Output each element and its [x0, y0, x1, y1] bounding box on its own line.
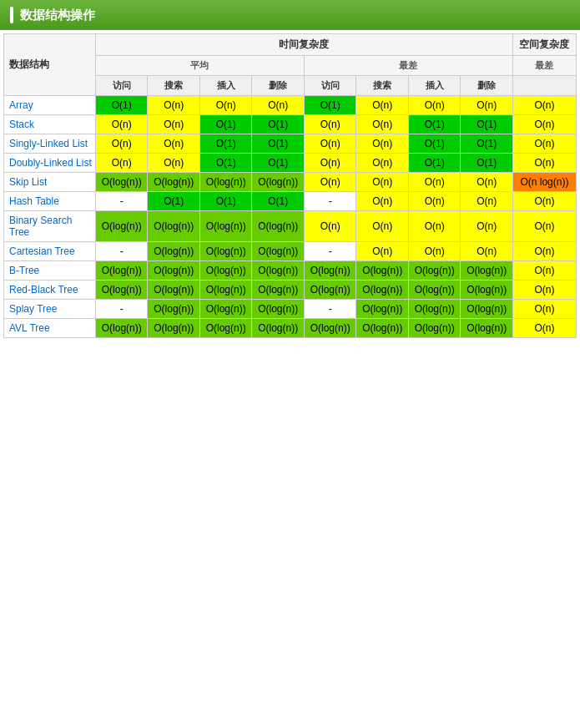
row-name: Singly-Linked List: [4, 134, 96, 154]
avg-insert-value: O(log(n)): [199, 261, 251, 281]
avg-search-value: O(log(n)): [148, 281, 199, 300]
avg-search-value: O(n): [148, 115, 199, 134]
table-row: Singly-Linked ListO(n)O(n)O(1)O(1)O(n)O(…: [4, 134, 577, 154]
space-value: O(n): [512, 319, 576, 338]
worst-insert-value: O(1): [408, 154, 460, 173]
col-data-structure: 数据结构: [4, 34, 96, 96]
table-row: Hash Table-O(1)O(1)O(1)-O(n)O(n)O(n)O(n): [4, 192, 577, 211]
avg-delete-value: O(1): [252, 115, 304, 134]
worst-search-value: O(log(n)): [356, 281, 408, 300]
avg-search-value: O(log(n)): [148, 261, 199, 281]
worst-search-value: O(n): [356, 154, 408, 173]
space-value: O(n): [512, 300, 576, 319]
worst-delete-value: O(n): [461, 96, 512, 115]
page-title: 数据结构操作: [20, 8, 95, 23]
avg-delete-value: O(log(n)): [252, 261, 304, 281]
avg-search-value: O(log(n)): [148, 300, 199, 319]
avg-access-value: -: [96, 242, 148, 261]
avg-insert-value: O(log(n)): [199, 173, 251, 192]
avg-access-value: O(log(n)): [96, 173, 148, 192]
avg-access-value: O(log(n)): [96, 211, 148, 242]
avg-search-value: O(1): [148, 192, 199, 211]
avg-insert-value: O(log(n)): [199, 281, 251, 300]
worst-access-value: O(log(n)): [304, 261, 356, 281]
page-wrapper: 数据结构操作 数据结构 时间复杂度 空间复杂度 平均 最差 最差 访问 搜索 插…: [0, 0, 580, 341]
table-row: AVL TreeO(log(n))O(log(n))O(log(n))O(log…: [4, 319, 577, 338]
worst-access-value: O(n): [304, 115, 356, 134]
worst-delete-value: O(log(n)): [461, 281, 512, 300]
col-worst-space: 最差: [512, 56, 576, 76]
avg-access-value: O(log(n)): [96, 319, 148, 338]
page-header: 数据结构操作: [0, 0, 580, 30]
worst-access-value: -: [304, 242, 356, 261]
avg-delete-value: O(log(n)): [252, 300, 304, 319]
worst-access-value: O(1): [304, 96, 356, 115]
worst-search-value: O(n): [356, 192, 408, 211]
space-value: O(n): [512, 134, 576, 154]
avg-insert-value: O(log(n)): [199, 319, 251, 338]
space-value: O(n log(n)): [512, 173, 576, 192]
avg-delete-value: O(1): [252, 134, 304, 154]
avg-delete-value: O(1): [252, 192, 304, 211]
worst-search-value: O(log(n)): [356, 319, 408, 338]
worst-access-value: O(n): [304, 173, 356, 192]
avg-access-value: O(1): [96, 96, 148, 115]
space-value: O(n): [512, 261, 576, 281]
avg-insert-value: O(n): [199, 96, 251, 115]
header-bar-decoration: [10, 7, 13, 23]
worst-search-value: O(n): [356, 211, 408, 242]
worst-delete-label: 删除: [461, 76, 512, 96]
avg-search-value: O(n): [148, 154, 199, 173]
row-name: Stack: [4, 115, 96, 134]
row-name: Hash Table: [4, 192, 96, 211]
table-row: B-TreeO(log(n))O(log(n))O(log(n))O(log(n…: [4, 261, 577, 281]
avg-search-value: O(log(n)): [148, 211, 199, 242]
col-worst: 最差: [304, 56, 512, 76]
worst-delete-value: O(log(n)): [461, 319, 512, 338]
worst-insert-label: 插入: [408, 76, 460, 96]
worst-access-value: O(n): [304, 134, 356, 154]
table-row: Splay Tree-O(log(n))O(log(n))O(log(n))-O…: [4, 300, 577, 319]
avg-insert-value: O(log(n)): [199, 211, 251, 242]
worst-insert-value: O(log(n)): [408, 281, 460, 300]
worst-delete-value: O(1): [461, 115, 512, 134]
worst-search-value: O(n): [356, 173, 408, 192]
row-name: Skip List: [4, 173, 96, 192]
worst-search-value: O(n): [356, 96, 408, 115]
avg-access-value: -: [96, 192, 148, 211]
worst-access-value: -: [304, 300, 356, 319]
space-value: O(n): [512, 242, 576, 261]
avg-insert-value: O(1): [199, 115, 251, 134]
table-row: Doubly-Linked ListO(n)O(n)O(1)O(1)O(n)O(…: [4, 154, 577, 173]
table-row: StackO(n)O(n)O(1)O(1)O(n)O(n)O(1)O(1)O(n…: [4, 115, 577, 134]
worst-insert-value: O(log(n)): [408, 300, 460, 319]
worst-delete-value: O(1): [461, 134, 512, 154]
avg-search-value: O(log(n)): [148, 319, 199, 338]
table-row: ArrayO(1)O(n)O(n)O(n)O(1)O(n)O(n)O(n)O(n…: [4, 96, 577, 115]
worst-delete-value: O(n): [461, 173, 512, 192]
avg-access-value: O(n): [96, 115, 148, 134]
worst-insert-value: O(n): [408, 96, 460, 115]
row-name: B-Tree: [4, 261, 96, 281]
space-value: O(n): [512, 96, 576, 115]
worst-search-value: O(log(n)): [356, 261, 408, 281]
row-name: Doubly-Linked List: [4, 154, 96, 173]
avg-insert-label: 插入: [199, 76, 251, 96]
table-container: 数据结构 时间复杂度 空间复杂度 平均 最差 最差 访问 搜索 插入 删除 访问…: [0, 30, 580, 341]
worst-delete-value: O(n): [461, 192, 512, 211]
avg-insert-value: O(1): [199, 192, 251, 211]
worst-delete-value: O(n): [461, 242, 512, 261]
avg-search-value: O(n): [148, 96, 199, 115]
worst-insert-value: O(n): [408, 211, 460, 242]
avg-insert-value: O(1): [199, 134, 251, 154]
avg-delete-value: O(1): [252, 154, 304, 173]
avg-delete-value: O(log(n)): [252, 242, 304, 261]
worst-access-value: -: [304, 192, 356, 211]
avg-access-value: -: [96, 300, 148, 319]
space-value: O(n): [512, 192, 576, 211]
worst-access-value: O(n): [304, 154, 356, 173]
row-name: AVL Tree: [4, 319, 96, 338]
worst-access-value: O(n): [304, 211, 356, 242]
space-label: [512, 76, 576, 96]
worst-search-value: O(n): [356, 115, 408, 134]
